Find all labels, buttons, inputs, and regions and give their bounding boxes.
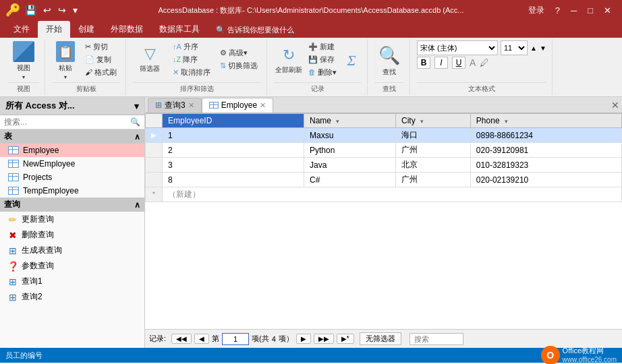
nav-new-btn[interactable]: ▶*: [337, 334, 354, 344]
font-color-btn[interactable]: A: [470, 57, 476, 68]
cell-city-1[interactable]: 海口: [395, 128, 470, 143]
table-header-row: EmployeeID ▾ Name ▾ City ▾ Phone: [146, 114, 622, 128]
help-btn[interactable]: ?: [550, 5, 565, 16]
cell-id-2[interactable]: 2: [163, 143, 304, 158]
table-row[interactable]: 3 Java 北京 010-32819323: [146, 158, 622, 173]
ribbon-tabs: 文件 开始 创建 外部数据 数据库工具 🔍 告诉我你想要做什么: [0, 20, 622, 38]
minimize-btn[interactable]: ─: [565, 5, 582, 16]
col-header-phone[interactable]: Phone ▾: [470, 114, 621, 128]
cell-name-8[interactable]: C#: [304, 173, 395, 187]
table-icon-projects: [8, 173, 19, 181]
tab-tools[interactable]: 数据库工具: [151, 21, 208, 38]
cell-name-1[interactable]: Maxsu: [304, 128, 395, 143]
asc-btn[interactable]: ↑A 升序: [169, 40, 214, 53]
delete-record-btn[interactable]: 🗑 删除▾: [305, 66, 340, 78]
paste-btn[interactable]: 📋 粘贴 ▾: [52, 40, 79, 81]
col-header-city[interactable]: City ▾: [395, 114, 470, 128]
cell-name-2[interactable]: Python: [304, 143, 395, 158]
save-quick-btn[interactable]: 💾: [23, 4, 38, 16]
find-btn[interactable]: 🔍 查找: [374, 40, 404, 81]
nav-prev-btn[interactable]: ◀: [194, 334, 209, 344]
cell-id-8[interactable]: 8: [163, 173, 304, 187]
cell-phone-8[interactable]: 020-02139210: [470, 173, 621, 187]
records-group-label: 记录: [274, 82, 362, 94]
toggle-filter-btn[interactable]: ⇅ 切换筛选: [217, 60, 261, 72]
nav-item-query2[interactable]: ⊞ 查询2: [0, 289, 144, 305]
table-row[interactable]: 8 C# 广州 020-02139210: [146, 173, 622, 187]
refresh-btn[interactable]: ↻ 全部刷新: [274, 40, 304, 81]
nav-page-input[interactable]: [222, 333, 249, 345]
quick-access-dropdown[interactable]: ▾: [71, 4, 80, 16]
cell-phone-1[interactable]: 0898-88661234: [470, 128, 621, 143]
nav-item-query1[interactable]: ⊞ 查询1: [0, 274, 144, 289]
col-header-name[interactable]: Name ▾: [304, 114, 395, 128]
find-label: 查找: [383, 67, 396, 77]
ribbon-group-clipboard: 📋 粘贴 ▾ ✂ 剪切 📄 复制 🖌 格式刷 剪贴板: [47, 39, 126, 95]
cell-city-8[interactable]: 广州: [395, 173, 470, 187]
cell-id-1[interactable]: 1: [163, 128, 304, 143]
italic-btn[interactable]: I: [434, 57, 448, 69]
copy-btn[interactable]: 📄 复制: [82, 53, 120, 65]
font-size-up-btn[interactable]: ▲: [530, 44, 537, 52]
tab-query3-close[interactable]: ✕: [188, 101, 194, 110]
tab-file[interactable]: 文件: [5, 21, 38, 38]
undo-btn[interactable]: ↩: [41, 4, 53, 16]
no-filter-btn[interactable]: 无筛选器: [360, 332, 401, 345]
nav-first-btn[interactable]: ◀◀: [171, 334, 192, 344]
nav-item-tempemployee[interactable]: TempEmployee: [0, 184, 144, 198]
nav-last-btn[interactable]: ▶▶: [314, 334, 334, 344]
nav-next-btn[interactable]: ▶: [296, 334, 311, 344]
tables-section-header[interactable]: 表 ∧: [0, 129, 144, 144]
underline-btn[interactable]: U: [452, 57, 465, 69]
tab-search[interactable]: 🔍 告诉我你想要做什么: [208, 22, 302, 38]
nav-item-projects[interactable]: Projects: [0, 171, 144, 184]
tab-create[interactable]: 创建: [70, 21, 103, 38]
brand-line2: www.office26.com: [563, 356, 617, 364]
bold-btn[interactable]: B: [417, 57, 430, 69]
cut-btn[interactable]: ✂ 剪切: [82, 40, 120, 53]
new-record-row[interactable]: * （新建）: [146, 187, 622, 202]
format-btn[interactable]: 🖌 格式刷: [82, 66, 120, 78]
bg-color-btn[interactable]: 🖊: [480, 57, 489, 68]
tab-query3[interactable]: ⊞ 查询3 ✕: [148, 98, 202, 113]
new-record-btn[interactable]: ➕ 新建: [305, 40, 340, 53]
font-size-down-btn[interactable]: ▼: [540, 44, 546, 52]
advanced-btn[interactable]: ⚙ 高级▾: [217, 47, 261, 59]
cell-phone-2[interactable]: 020-39120981: [470, 143, 621, 158]
nav-search-input[interactable]: [4, 117, 130, 127]
close-btn[interactable]: ✕: [598, 5, 617, 16]
queries-section-header[interactable]: 查询 ∧: [0, 198, 144, 212]
tab-home[interactable]: 开始: [38, 21, 70, 38]
login-btn[interactable]: 登录: [523, 5, 550, 16]
nav-search-box[interactable]: [409, 333, 463, 345]
table-row[interactable]: ▶ 1 Maxsu 海口 0898-88661234: [146, 128, 622, 143]
tab-employee[interactable]: Employee ✕: [202, 98, 273, 113]
filter-btn[interactable]: ▽ 筛选器: [133, 41, 167, 78]
content-close-btn[interactable]: ✕: [611, 100, 619, 111]
maximize-btn[interactable]: □: [582, 5, 598, 16]
save-record-btn[interactable]: 💾 保存: [305, 53, 340, 65]
nav-item-employee[interactable]: Employee: [0, 144, 144, 157]
sigma-btn[interactable]: Σ: [341, 40, 362, 81]
cell-city-3[interactable]: 北京: [395, 158, 470, 173]
cell-phone-3[interactable]: 010-32819323: [470, 158, 621, 173]
cell-city-2[interactable]: 广州: [395, 143, 470, 158]
cell-name-3[interactable]: Java: [304, 158, 395, 173]
tab-external[interactable]: 外部数据: [103, 21, 151, 38]
nav-item-param-query[interactable]: ❓ 参数查询: [0, 258, 144, 274]
nav-item-update-query[interactable]: ✏ 更新查询: [0, 212, 144, 227]
redo-btn[interactable]: ↪: [56, 4, 68, 16]
font-size-select[interactable]: 11: [501, 40, 528, 55]
font-family-select[interactable]: 宋体 (主体): [417, 40, 498, 55]
nav-header[interactable]: 所有 Access 对... ▾: [0, 97, 144, 115]
tab-employee-close[interactable]: ✕: [260, 101, 266, 110]
view-btn[interactable]: 视图 ▾: [8, 40, 39, 81]
nav-item-maketable-query[interactable]: ⊞ 生成表查询: [0, 243, 144, 258]
nav-item-delete-query[interactable]: ✖ 删除查询: [0, 227, 144, 243]
remove-sort-btn[interactable]: ✕ 取消排序: [169, 66, 214, 78]
nav-item-newemployee[interactable]: NewEmployee: [0, 157, 144, 171]
col-header-employeeid[interactable]: EmployeeID ▾: [163, 114, 304, 128]
desc-btn[interactable]: ↓Z 降序: [169, 53, 214, 65]
table-row[interactable]: 2 Python 广州 020-39120981: [146, 143, 622, 158]
cell-id-3[interactable]: 3: [163, 158, 304, 173]
